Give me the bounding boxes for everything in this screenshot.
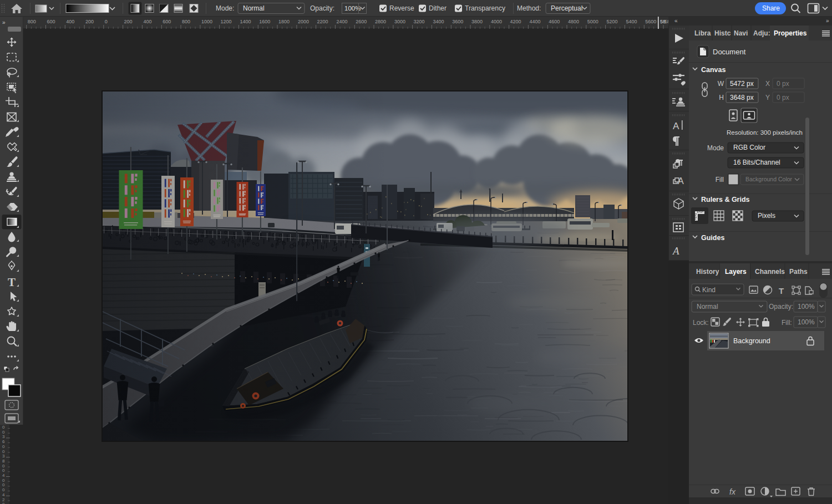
svg-text:16 Bits/Channel: 16 Bits/Channel — [733, 159, 780, 166]
svg-text:800: 800 — [28, 19, 36, 24]
svg-text:Pixels: Pixels — [758, 212, 775, 220]
svg-text:Dither: Dither — [429, 4, 447, 12]
svg-text:Lock:: Lock: — [693, 319, 709, 327]
svg-text:Reverse: Reverse — [389, 4, 414, 12]
svg-text:Fill: Fill — [716, 176, 724, 184]
svg-text:Perceptual: Perceptual — [551, 4, 582, 12]
svg-text:0: 0 — [2, 449, 5, 454]
svg-text:Opacity:: Opacity: — [310, 4, 334, 12]
svg-text:0: 0 — [2, 468, 5, 473]
svg-text:0: 0 — [2, 487, 5, 492]
svg-text:3600: 3600 — [452, 19, 463, 24]
svg-text:5000: 5000 — [587, 19, 598, 24]
svg-text:2400: 2400 — [336, 19, 347, 24]
svg-text:4600: 4600 — [549, 19, 560, 24]
svg-text:0: 0 — [2, 444, 5, 449]
svg-text:RGB Color: RGB Color — [733, 144, 765, 151]
svg-text:2600: 2600 — [356, 19, 367, 24]
svg-text:Canvas: Canvas — [701, 66, 726, 74]
svg-text:5400: 5400 — [626, 19, 637, 24]
svg-text:100%: 100% — [798, 318, 815, 326]
svg-text:T: T — [779, 286, 784, 296]
svg-text:0: 0 — [2, 464, 5, 469]
svg-text:Navi: Navi — [734, 29, 748, 37]
svg-text:Normal: Normal — [697, 303, 718, 310]
svg-text:2200: 2200 — [317, 19, 328, 24]
svg-text:3648 px: 3648 px — [730, 94, 754, 101]
svg-text:5200: 5200 — [607, 19, 618, 24]
svg-text:3000: 3000 — [394, 19, 405, 24]
svg-text:Guides: Guides — [701, 234, 724, 242]
svg-text:fx: fx — [729, 487, 736, 496]
svg-text:1800: 1800 — [278, 19, 290, 24]
svg-text:0: 0 — [105, 19, 108, 24]
svg-text:0 px: 0 px — [777, 80, 789, 88]
svg-text:5472 px: 5472 px — [730, 80, 754, 88]
svg-text:1400: 1400 — [240, 19, 251, 24]
svg-text:Adju:: Adju: — [753, 29, 770, 37]
svg-text:100%: 100% — [798, 303, 815, 310]
svg-text:0: 0 — [2, 430, 5, 435]
svg-text:4800: 4800 — [568, 19, 579, 24]
svg-text:58: 58 — [660, 19, 666, 24]
svg-text:History: History — [696, 268, 719, 276]
svg-text:3800: 3800 — [471, 19, 483, 24]
svg-text:600: 600 — [47, 19, 55, 24]
svg-text:T: T — [8, 276, 16, 289]
svg-text:Fill:: Fill: — [782, 319, 792, 327]
svg-text:Document: Document — [713, 48, 746, 56]
svg-text:800: 800 — [182, 19, 190, 24]
svg-text:0: 0 — [2, 478, 5, 483]
svg-text:8: 8 — [2, 459, 5, 464]
svg-text:0: 0 — [2, 502, 5, 504]
svg-text:1200: 1200 — [221, 19, 232, 24]
svg-text:Kind: Kind — [702, 286, 716, 294]
svg-text:1600: 1600 — [259, 19, 270, 24]
svg-text:Mode: Mode — [707, 144, 724, 152]
svg-text:400: 400 — [66, 19, 74, 24]
svg-text:2: 2 — [2, 497, 5, 502]
svg-text:Transparency: Transparency — [465, 4, 505, 12]
svg-text:W: W — [718, 80, 724, 88]
svg-text:2800: 2800 — [375, 19, 386, 24]
svg-text:4200: 4200 — [510, 19, 521, 24]
svg-text:H: H — [719, 94, 724, 101]
svg-text:3200: 3200 — [414, 19, 425, 24]
svg-text:4000: 4000 — [491, 19, 502, 24]
svg-text:Share: Share — [762, 4, 780, 12]
svg-text:Histc: Histc — [714, 29, 731, 37]
svg-text:600: 600 — [163, 19, 171, 24]
svg-text:400: 400 — [143, 19, 151, 24]
svg-text:200: 200 — [124, 19, 133, 24]
svg-text:4: 4 — [2, 492, 5, 497]
svg-text:Properties: Properties — [774, 29, 807, 37]
svg-text:Channels: Channels — [755, 268, 785, 276]
svg-text:Normal: Normal — [243, 4, 265, 12]
svg-text:»: » — [826, 18, 829, 24]
svg-text:4: 4 — [2, 473, 5, 478]
svg-text:0: 0 — [2, 425, 5, 430]
svg-text:0: 0 — [2, 482, 5, 487]
svg-text:2000: 2000 — [298, 19, 309, 24]
svg-text:4400: 4400 — [529, 19, 540, 24]
svg-text:Method:: Method: — [517, 4, 541, 12]
svg-text:200: 200 — [85, 19, 94, 24]
svg-text:3: 3 — [2, 454, 5, 459]
svg-text:5600: 5600 — [645, 19, 656, 24]
svg-text:Resolution: 300 pixels/inch: Resolution: 300 pixels/inch — [727, 129, 803, 136]
svg-text:Libra: Libra — [694, 29, 711, 37]
svg-text:X: X — [765, 80, 770, 88]
svg-text:3: 3 — [2, 434, 5, 439]
svg-text:Y: Y — [765, 94, 770, 101]
svg-text:Opacity:: Opacity: — [769, 303, 793, 310]
svg-text:3400: 3400 — [433, 19, 444, 24]
svg-text:A: A — [673, 121, 679, 131]
svg-text:Rulers & Grids: Rulers & Grids — [701, 196, 750, 203]
svg-text:Background Color: Background Color — [745, 176, 793, 182]
svg-text:Background: Background — [733, 337, 770, 345]
svg-text:Layers: Layers — [725, 268, 747, 276]
svg-text:A: A — [672, 245, 679, 257]
svg-text:»: » — [2, 19, 6, 26]
svg-text:«: « — [674, 18, 678, 24]
svg-text:6: 6 — [2, 439, 5, 444]
